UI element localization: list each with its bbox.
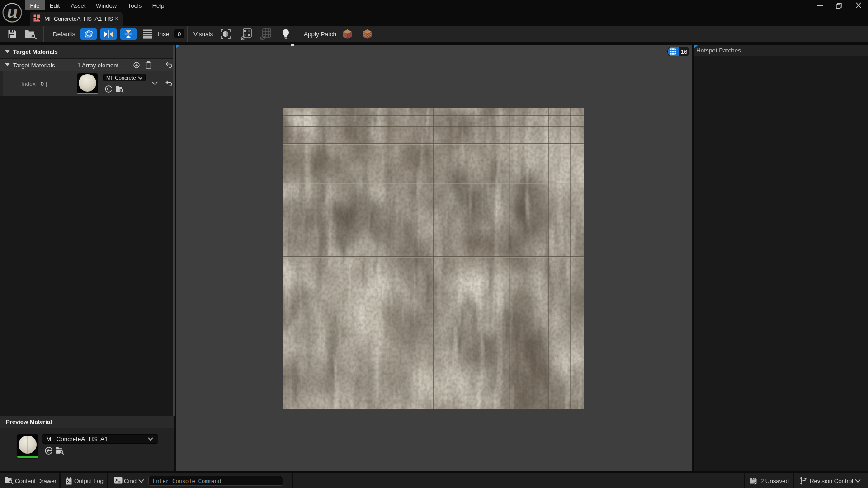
svg-text:u: u <box>7 2 18 22</box>
